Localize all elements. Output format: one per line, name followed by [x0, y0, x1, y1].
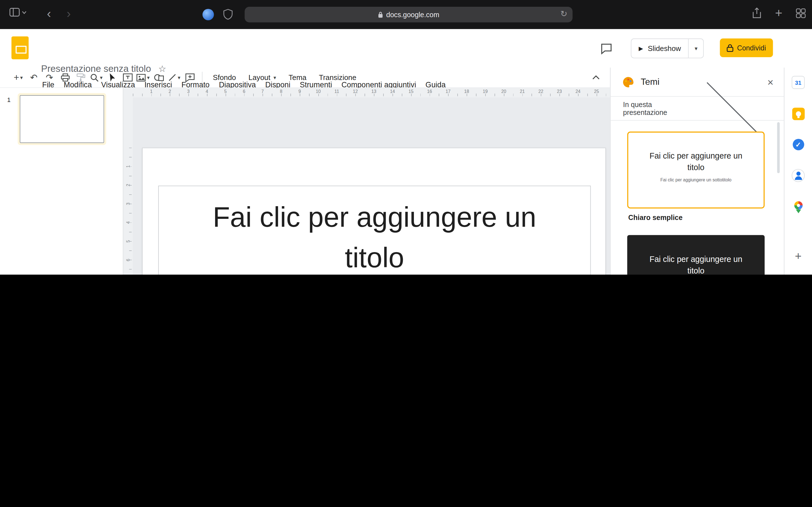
title-placeholder[interactable]: Fai clic per aggiungere un titolo: [158, 186, 591, 275]
star-icon[interactable]: ☆: [158, 63, 166, 74]
slide-thumbnail[interactable]: [20, 95, 104, 143]
slideshow-button[interactable]: ▶ Slideshow ▾: [631, 39, 704, 58]
slide-filmstrip: 1: [0, 88, 123, 275]
forward-button[interactable]: ›: [66, 7, 71, 20]
slide-canvas-area[interactable]: 1234567891011121314 Fai clic per aggiung…: [123, 97, 610, 275]
slideshow-dropdown[interactable]: ▾: [688, 39, 703, 57]
chevron-down-icon: [22, 11, 27, 14]
horizontal-ruler[interactable]: 1234567891011121314151617181920212223242…: [123, 88, 610, 97]
share-page-button[interactable]: [752, 7, 762, 19]
slide-number: 1: [0, 93, 18, 103]
theme-card-light-simple[interactable]: Fai clic per aggiungere un titolo Fai cl…: [627, 131, 765, 209]
play-icon: ▶: [639, 45, 643, 52]
slide-editor[interactable]: Fai clic per aggiungere un titolo Fai cl…: [142, 148, 606, 275]
panel-title: Temi: [641, 76, 767, 87]
lock-icon: [726, 44, 733, 52]
google-slides-window: ‹ › docs.google.com ↻ +: [0, 0, 812, 275]
workspace-side-rail: 31 ✓ + ›: [784, 68, 812, 275]
document-title[interactable]: Presentazione senza titolo: [41, 63, 151, 74]
app-header: Presentazione senza titolo ☆ File Modifi…: [0, 29, 812, 68]
url-text: docs.google.com: [386, 11, 439, 18]
slideshow-label: Slideshow: [648, 44, 681, 53]
title-placeholder-text: Fai clic per aggiungere un titolo: [159, 196, 590, 275]
in-this-presentation-section[interactable]: In questa presentazione: [611, 97, 784, 121]
theme-card-dark-simple[interactable]: Fai clic per aggiungere un titolo Fai cl…: [627, 235, 765, 275]
slides-logo-icon[interactable]: [11, 36, 29, 59]
contacts-icon[interactable]: [792, 169, 805, 182]
calendar-icon[interactable]: 31: [792, 76, 805, 89]
add-addon-button[interactable]: +: [795, 249, 802, 263]
panel-scrollbar[interactable]: [777, 122, 779, 173]
themes-panel: Temi × In questa presentazione Fai clic …: [610, 68, 784, 275]
address-bar[interactable]: docs.google.com ↻: [245, 7, 573, 22]
tab-overview-button[interactable]: [796, 8, 806, 18]
new-slide-button[interactable]: +▾: [11, 71, 25, 84]
sidebar-icon: [9, 8, 20, 17]
maps-icon[interactable]: [792, 201, 804, 213]
browser-toolbar: ‹ › docs.google.com ↻ +: [0, 0, 812, 29]
extension-icon[interactable]: [202, 9, 214, 20]
theme-name: Chiaro semplice: [628, 214, 784, 222]
menu-edit[interactable]: Modifica: [59, 79, 96, 90]
themes-list[interactable]: Fai clic per aggiungere un titolo Fai cl…: [611, 121, 784, 275]
close-panel-button[interactable]: ×: [767, 76, 774, 87]
collapse-toolbar-button[interactable]: [589, 71, 603, 84]
share-button[interactable]: Condividi: [720, 39, 772, 57]
vertical-ruler[interactable]: 1234567891011121314: [123, 97, 133, 275]
keep-icon[interactable]: [792, 108, 804, 120]
comments-button[interactable]: [600, 43, 613, 57]
slide-thumbnail-item[interactable]: 1: [0, 93, 123, 145]
tasks-icon[interactable]: ✓: [793, 139, 804, 151]
back-button[interactable]: ‹: [47, 7, 51, 20]
sidebar-toggle-button[interactable]: [9, 8, 27, 17]
reload-button[interactable]: ↻: [560, 9, 567, 18]
privacy-shield-icon[interactable]: [223, 9, 233, 20]
menu-file[interactable]: File: [38, 79, 59, 90]
palette-icon: [622, 76, 635, 88]
lock-icon: [378, 11, 383, 18]
share-label: Condividi: [737, 44, 766, 52]
new-tab-button[interactable]: +: [775, 7, 782, 19]
section-label: In questa presentazione: [623, 101, 697, 116]
